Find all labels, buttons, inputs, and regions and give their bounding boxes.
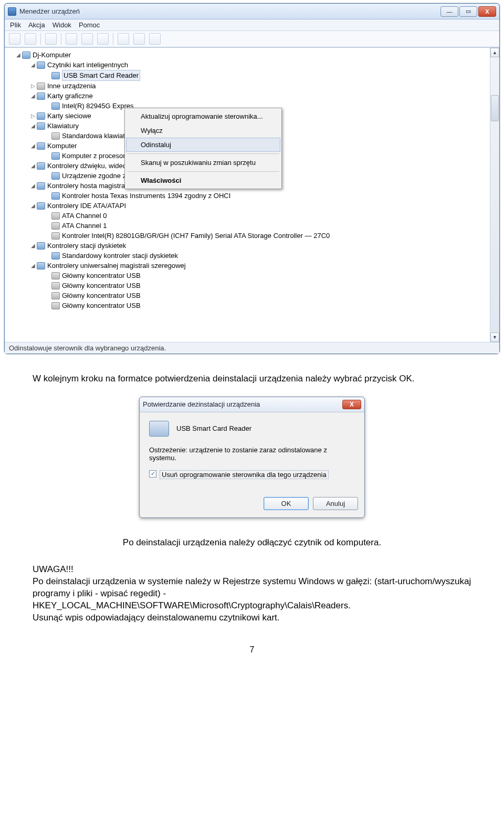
tree-node[interactable]: Główny koncentrator USB	[8, 271, 489, 281]
tree-node[interactable]: ▷Inne urządzenia	[8, 81, 489, 91]
device-icon	[51, 192, 60, 200]
computer-icon	[22, 51, 30, 59]
device-icon	[37, 122, 45, 130]
device-icon	[51, 292, 60, 299]
tree-node[interactable]: ◢Kontrolery IDE ATA/ATAPI	[8, 201, 489, 211]
expand-icon[interactable]: ◢	[30, 201, 36, 211]
paragraph-step: W kolejnym kroku na formatce potwierdzen…	[33, 373, 471, 385]
tree-node[interactable]: Główny koncentrator USB	[8, 300, 489, 310]
tree-node-label: Karty sieciowe	[47, 111, 91, 121]
warning-text: Ostrzeżenie: urządzenie to zostanie zara…	[149, 446, 355, 462]
page-number: 7	[0, 645, 504, 655]
close-button[interactable]: X	[478, 6, 496, 17]
device-icon	[37, 182, 45, 190]
scroll-up-icon[interactable]: ▲	[490, 48, 499, 57]
delete-driver-label: Usuń oprogramowanie sterownika dla tego …	[160, 470, 329, 479]
tree-node[interactable]: ATA Channel 0	[8, 211, 489, 221]
ok-button[interactable]: OK	[264, 497, 309, 510]
menu-help[interactable]: Pomoc	[79, 21, 100, 29]
tree-node-label: Karty graficzne	[47, 91, 93, 101]
tree-node-label: Klawiatury	[47, 121, 79, 131]
ctx-properties[interactable]: Właściwości	[126, 173, 280, 188]
expand-icon[interactable]: ◢	[30, 60, 36, 70]
cancel-button[interactable]: Anuluj	[313, 497, 358, 510]
tree-node[interactable]: Główny koncentrator USB	[8, 281, 489, 291]
ctx-uninstall[interactable]: Odinstaluj	[126, 138, 280, 152]
tree-node[interactable]: ◢Kontrolery uniwersalnej magistrali szer…	[8, 261, 489, 271]
toolbar-scan-icon[interactable]	[149, 33, 161, 45]
expand-icon[interactable]: ◢	[30, 121, 36, 131]
device-icon	[51, 272, 60, 279]
paragraph-disconnect: Po deinstalacji urządzenia należy odłącz…	[33, 537, 471, 549]
tree-node-label: Kontroler hosta Texas Instruments 1394 z…	[62, 191, 230, 201]
dialog-titlebar[interactable]: Potwierdzanie dezinstalacji urządzenia X	[140, 397, 364, 412]
status-text: Odinstalowuje sterownik dla wybranego ur…	[9, 344, 166, 352]
tree-node[interactable]: USB Smart Card Reader	[8, 70, 489, 81]
expand-icon[interactable]: ◢	[30, 261, 36, 271]
tree-node[interactable]: ◢Czytniki kart inteligentnych	[8, 60, 489, 70]
device-icon	[51, 302, 60, 309]
dialog-close-button[interactable]: X	[342, 400, 361, 409]
device-icon	[51, 252, 60, 260]
attention-heading: UWAGA!!!	[33, 564, 74, 574]
maximize-button[interactable]: ▭	[459, 6, 477, 17]
tree-node-label: Główny koncentrator USB	[62, 271, 141, 281]
toolbar-back-icon[interactable]	[9, 33, 20, 45]
toolbar-separator	[113, 33, 113, 45]
ctx-update-driver[interactable]: Aktualizuj oprogramowanie sterownika...	[126, 109, 280, 123]
menu-file[interactable]: Plik	[10, 21, 21, 29]
tree-node[interactable]: Standardowy kontroler stacji dyskietek	[8, 251, 489, 261]
toolbar-update-icon[interactable]	[118, 33, 129, 45]
expand-icon[interactable]: ◢	[30, 241, 36, 251]
device-icon	[37, 112, 45, 120]
toolbar-separator	[40, 33, 41, 45]
attention-body-2: Usunąć wpis odpowiadający deinstalowanem…	[33, 613, 280, 623]
tree-node-label: Kontrolery stacji dyskietek	[47, 241, 126, 251]
tree-node[interactable]: Kontroler Intel(R) 82801GB/GR/GH (ICH7 F…	[8, 231, 489, 241]
scroll-down-icon[interactable]: ▼	[490, 333, 499, 342]
expand-icon[interactable]: ◢	[30, 181, 36, 191]
expand-icon[interactable]: ▷	[30, 81, 36, 91]
titlebar[interactable]: Menedżer urządzeń — ▭ X	[5, 4, 499, 19]
expand-icon[interactable]: ◢	[15, 50, 21, 60]
tree-node-label: Inne urządzenia	[47, 81, 96, 91]
device-icon	[37, 162, 45, 170]
expand-icon[interactable]: ◢	[30, 141, 36, 151]
tree-node[interactable]: Główny koncentrator USB	[8, 291, 489, 300]
toolbar-view-icon[interactable]	[97, 33, 109, 45]
expand-icon[interactable]: ◢	[30, 161, 36, 171]
scroll-thumb[interactable]	[491, 95, 499, 121]
toolbar-properties-icon[interactable]	[81, 33, 93, 45]
tree-node[interactable]: ◢Kontrolery stacji dyskietek	[8, 241, 489, 251]
tree-node[interactable]: ATA Channel 1	[8, 221, 489, 231]
expand-icon[interactable]: ▷	[30, 111, 36, 121]
toolbar	[5, 31, 499, 47]
menu-action[interactable]: Akcja	[28, 21, 45, 29]
minimize-button[interactable]: —	[440, 6, 458, 17]
toolbar-forward-icon[interactable]	[25, 33, 36, 45]
ctx-scan-hardware[interactable]: Skanuj w poszukiwaniu zmian sprzętu	[126, 155, 280, 170]
tree-node[interactable]: Kontroler hosta Texas Instruments 1394 z…	[8, 191, 489, 201]
tree-node-label: USB Smart Card Reader	[62, 70, 140, 81]
tree-root[interactable]: ◢ Dj-Komputer	[8, 50, 489, 60]
vertical-scrollbar[interactable]: ▲ ▼	[490, 48, 499, 342]
tree-node-label: Czytniki kart inteligentnych	[47, 60, 128, 70]
ctx-disable[interactable]: Wyłącz	[126, 123, 280, 138]
device-tree[interactable]: ◢ Dj-Komputer ◢Czytniki kart inteligentn…	[5, 48, 490, 342]
tree-node-label: Kontroler Intel(R) 82801GB/GR/GH (ICH7 F…	[62, 231, 330, 241]
tree-node-label: Standardowy kontroler stacji dyskietek	[62, 251, 178, 261]
toolbar-help-icon[interactable]	[66, 33, 77, 45]
delete-driver-checkbox[interactable]: ✓	[149, 470, 156, 478]
menu-view[interactable]: Widok	[52, 21, 71, 29]
toolbar-show-hidden-icon[interactable]	[45, 33, 57, 45]
status-bar: Odinstalowuje sterownik dla wybranego ur…	[5, 342, 499, 354]
tree-node-label: Intel(R) 82945G Expres	[62, 101, 134, 111]
tree-node[interactable]: ◢Karty graficzne	[8, 91, 489, 101]
tree-node-label: Główny koncentrator USB	[62, 300, 141, 310]
toolbar-uninstall-icon[interactable]	[133, 33, 145, 45]
ctx-separator	[127, 153, 279, 154]
device-icon	[51, 222, 60, 230]
expand-icon[interactable]: ◢	[30, 91, 36, 101]
confirm-uninstall-dialog: Potwierdzanie dezinstalacji urządzenia X…	[139, 397, 365, 518]
ctx-separator	[127, 171, 279, 172]
